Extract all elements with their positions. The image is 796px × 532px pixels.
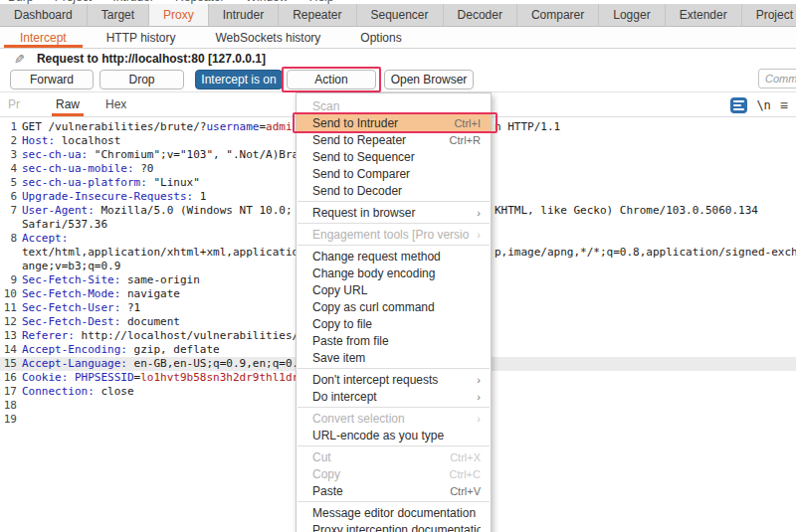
menu-item-convert-selection: Convert selection› xyxy=(297,410,491,427)
line-number: 13 xyxy=(0,329,22,343)
submenu-arrow-icon: › xyxy=(477,207,481,219)
menu-separator xyxy=(298,445,490,446)
menu-item-send-to-repeater[interactable]: Send to RepeaterCtrl+R xyxy=(297,131,491,148)
menu-separator xyxy=(298,201,490,202)
menu-item-save-item[interactable]: Save item xyxy=(297,349,491,366)
comment-input[interactable] xyxy=(758,69,796,89)
soft-wrap-icon[interactable] xyxy=(730,97,747,113)
line-number: 14 xyxy=(0,343,22,357)
tab-sequencer[interactable]: Sequencer xyxy=(357,4,444,26)
menu-separator xyxy=(298,245,490,246)
tab-proxy[interactable]: Proxy xyxy=(149,4,209,26)
main-tab-bar: DashboardTargetProxyIntruderRepeaterSequ… xyxy=(0,4,796,27)
line-number: 2 xyxy=(0,134,22,148)
subtab-http-history[interactable]: HTTP history xyxy=(87,27,196,48)
open-browser-button[interactable]: Open Browser xyxy=(384,70,474,89)
request-bar: ✎ Request to http://localhost:80 [127.0.… xyxy=(0,50,796,68)
menu-separator xyxy=(298,368,490,369)
editor-toolbar-icons: \n ≡ xyxy=(730,97,788,113)
line-number: 4 xyxy=(0,162,22,176)
tab-raw[interactable]: Raw xyxy=(56,94,80,116)
line-number: 18 xyxy=(0,399,22,413)
menu-item-cut: CutCtrl+X xyxy=(297,448,491,465)
menu-item-url-encode-as-you-type[interactable]: URL-encode as you type xyxy=(297,427,491,443)
line-number: 5 xyxy=(0,176,22,190)
menu-separator xyxy=(298,501,490,502)
burp-suite-window: Burp Project Intruder Repeater Window He… xyxy=(0,0,796,532)
action-annotation-box xyxy=(282,67,381,92)
context-menu: ScanSend to IntruderCtrl+ISend to Repeat… xyxy=(296,92,492,532)
menu-item-send-to-intruder[interactable]: Send to IntruderCtrl+I xyxy=(297,114,491,131)
menu-item-change-body-encoding[interactable]: Change body encoding xyxy=(297,265,491,281)
line-number: 11 xyxy=(0,301,22,315)
menu-item-copy-to-file[interactable]: Copy to file xyxy=(297,315,491,332)
menu-separator xyxy=(298,223,490,224)
line-number: 17 xyxy=(0,385,22,399)
tab-repeater[interactable]: Repeater xyxy=(279,4,356,26)
drop-button[interactable]: Drop xyxy=(100,70,184,89)
proxy-subtab-bar: InterceptHTTP historyWebSockets historyO… xyxy=(0,27,796,49)
tab-decoder[interactable]: Decoder xyxy=(444,4,517,26)
line-number: 6 xyxy=(0,190,22,204)
menu-item-proxy-interception-documentation[interactable]: Proxy interception documentation xyxy=(297,521,491,532)
submenu-arrow-icon: › xyxy=(477,413,481,425)
line-number: 1 xyxy=(0,120,22,134)
menu-item-do-intercept[interactable]: Do intercept› xyxy=(297,388,491,405)
intercept-toggle-button[interactable]: Intercept is on xyxy=(195,70,283,89)
menu-item-copy: CopyCtrl+C xyxy=(297,465,491,482)
menu-item-engagement-tools-pro-version-only: Engagement tools [Pro version only]› xyxy=(297,226,491,243)
tab-hex[interactable]: Hex xyxy=(105,94,126,116)
subtab-websockets-history[interactable]: WebSockets history xyxy=(196,27,341,48)
menu-item-don-t-intercept-requests[interactable]: Don't intercept requests› xyxy=(297,371,491,388)
tab-extender[interactable]: Extender xyxy=(666,4,742,26)
tab-dashboard[interactable]: Dashboard xyxy=(0,4,88,26)
line-number: 8 xyxy=(0,232,22,246)
show-newlines-icon[interactable]: \n xyxy=(756,98,770,112)
menu-item-send-to-sequencer[interactable]: Send to Sequencer xyxy=(297,148,491,165)
submenu-arrow-icon: › xyxy=(477,374,481,386)
tab-project-options[interactable]: Project options xyxy=(742,4,796,26)
menu-separator xyxy=(298,407,490,408)
subtab-options[interactable]: Options xyxy=(340,27,421,48)
request-title: Request to http://localhost:80 [127.0.0.… xyxy=(37,52,266,66)
menu-item-paste-from-file[interactable]: Paste from file xyxy=(297,332,491,349)
forward-button[interactable]: Forward xyxy=(10,70,94,89)
tab-intruder[interactable]: Intruder xyxy=(209,4,279,26)
line-number: 16 xyxy=(0,371,22,385)
menu-item-request-in-browser[interactable]: Request in browser› xyxy=(297,204,491,221)
tab-target[interactable]: Target xyxy=(88,4,149,26)
tab-comparer[interactable]: Comparer xyxy=(517,4,599,26)
subtab-intercept[interactable]: Intercept xyxy=(0,27,87,48)
menu-item-message-editor-documentation[interactable]: Message editor documentation xyxy=(297,504,491,521)
menu-item-change-request-method[interactable]: Change request method xyxy=(297,248,491,265)
submenu-arrow-icon: › xyxy=(477,391,481,403)
line-number: 9 xyxy=(0,273,22,287)
submenu-arrow-icon: › xyxy=(477,229,481,241)
tab-logger[interactable]: Logger xyxy=(599,4,665,26)
line-number: 15 xyxy=(0,357,22,371)
line-number: 10 xyxy=(0,287,22,301)
tab-pretty: Pr xyxy=(8,94,34,116)
line-number: 3 xyxy=(0,148,22,162)
menu-item-scan: Scan xyxy=(297,97,491,114)
edit-pencil-icon: ✎ xyxy=(14,52,25,67)
menu-item-paste[interactable]: PasteCtrl+V xyxy=(297,482,491,499)
line-number: 7 xyxy=(0,204,22,218)
menu-item-copy-url[interactable]: Copy URL xyxy=(297,281,491,298)
menu-item-copy-as-curl-command[interactable]: Copy as curl command xyxy=(297,298,491,315)
line-number: 12 xyxy=(0,315,22,329)
editor-menu-icon[interactable]: ≡ xyxy=(780,97,788,113)
line-number: 19 xyxy=(0,413,22,427)
menu-item-send-to-decoder[interactable]: Send to Decoder xyxy=(297,182,491,199)
menu-item-send-to-comparer[interactable]: Send to Comparer xyxy=(297,165,491,182)
